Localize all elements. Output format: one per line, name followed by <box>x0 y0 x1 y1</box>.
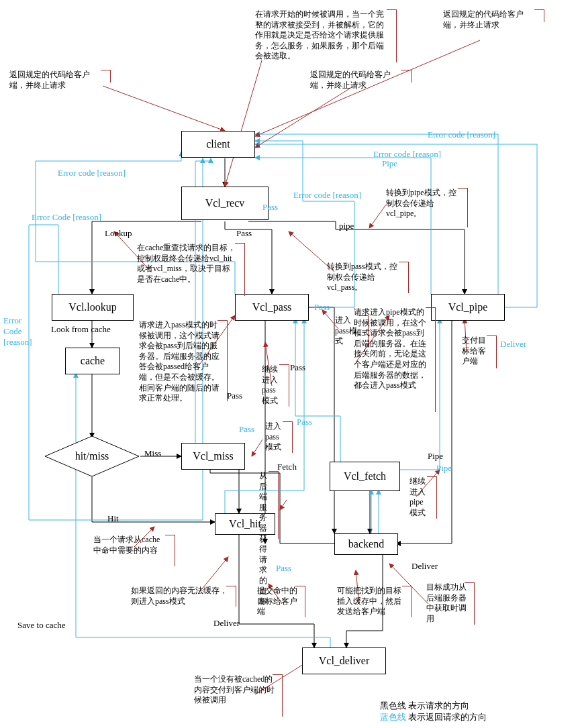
label-pass: Pass <box>236 228 252 239</box>
label-pass5: Pass <box>314 302 330 313</box>
label-pass4: Pass <box>290 362 305 373</box>
node-client: client <box>181 131 255 158</box>
legend-blue-rest: 表示返回请求的方向 <box>406 712 487 722</box>
note-return-left: 返回规定的代码给客户端，并终止请求 <box>9 70 103 91</box>
note-pipe-mode: 转换到pipe模式，控制权会传递给vcl_pipe。 <box>386 188 460 219</box>
note-pass-desc: 请求进入pass模式的时候被调用，这个模式请求会被pass到后端的服务器。后端服… <box>139 320 220 404</box>
label-error6: Error Code [reason] <box>3 315 36 348</box>
label-pipe: pipe <box>339 221 354 231</box>
label-lookup: Lookup <box>105 228 132 239</box>
hit-miss-label: hit/miss <box>75 450 109 462</box>
label-pass-blue: Pass <box>262 202 278 213</box>
label-pass3: Pass <box>239 424 254 435</box>
label-look-from-cache: Look from cache <box>51 324 111 335</box>
note-deliver-target: 交付目标给客户端 <box>462 335 489 367</box>
label-pipe4: Pipe <box>436 463 452 474</box>
label-miss: Miss <box>144 448 161 459</box>
label-deliver-blue: Deliver <box>500 339 526 350</box>
label-pass7: Pass <box>276 563 291 574</box>
note-insert-cache: 可能把找到的目标插入缓存中，然后发送给客户端 <box>337 586 404 617</box>
label-deliver: Deliver <box>412 561 438 572</box>
node-backend: backend <box>334 533 398 555</box>
label-pass2: Pass <box>227 391 242 401</box>
note-enter-pass2: 进入pass模式 <box>265 421 284 453</box>
node-vcl-deliver: Vcl_deliver <box>302 647 386 674</box>
label-hit: Hit <box>107 513 119 524</box>
node-vcl-pipe: Vcl_pipe <box>431 294 505 321</box>
node-vcl-miss: Vcl_miss <box>181 443 245 470</box>
label-pass6: Pass <box>297 417 312 427</box>
note-deliver-desc: 当一个没有被cached的内容交付到客户端的时候被调用 <box>194 674 275 706</box>
note-continue-pipe: 继续进入pipe模式 <box>409 476 428 518</box>
node-vcl-fetch: Vcl_fetch <box>330 462 400 491</box>
note-continue-pass: 继续进入pass模式 <box>262 364 281 406</box>
note-recv-desc: 在请求开始的时候被调用，当一个完整的请求被接受到，并被解析，它的作用就是决定是否… <box>255 9 389 62</box>
note-hit-desc: 当一个请求从cache中命中需要的内容 <box>93 535 167 556</box>
note-lookup-desc: 在cache重查找请求的目标，控制权最终会传递给vcl_hit或者vcl_mis… <box>137 243 238 284</box>
note-fetch-deliver: 目标成功从后端服务器中获取时调用 <box>426 582 467 624</box>
label-save-to-cache: Save to cache <box>17 620 65 631</box>
node-vcl-lookup: Vcl.lookup <box>52 294 134 321</box>
label-fetch: Fetch <box>277 462 297 472</box>
note-pass-mode: 转换到pass模式，控制权会传递给vcl_pass。 <box>327 262 401 293</box>
label-pipe3: Pipe <box>428 451 443 462</box>
label-error2: Error code [reason] <box>293 190 361 201</box>
note-submit-hit: 提交命中的目标给客户端 <box>257 586 297 617</box>
note-return-mid: 返回规定的代码给客户端，并终止请求 <box>310 70 404 91</box>
note-no-cache-pass: 如果返回的内容无法缓存，则进入pass模式 <box>131 586 228 607</box>
legend-blue: 蓝色线 表示返回请求的方向 <box>380 711 487 723</box>
node-hit-miss: hit/miss <box>45 436 139 476</box>
label-error5: Error Code [reason] <box>32 212 101 223</box>
node-vcl-recv: Vcl_recv <box>181 187 269 220</box>
label-pipe2: Pipe <box>382 158 397 169</box>
note-return-top-right: 返回规定的代码给客户端，并终止请求 <box>443 9 537 30</box>
label-deliver2: Deliver <box>213 618 240 629</box>
legend-black: 黑色线 表示请求的方向 <box>380 700 469 712</box>
label-error4: Error code [reason] <box>428 129 495 140</box>
node-cache: cache <box>65 348 120 374</box>
label-error1: Error code [reason] <box>58 168 126 178</box>
note-pipe-desc: 请求进入pipe模式的时候被调用，在这个模式请求会被pass到后端的服务器。在连… <box>354 307 428 391</box>
legend-blue-prefix: 蓝色线 <box>380 712 406 722</box>
node-vcl-pass: Vcl_pass <box>235 294 309 321</box>
